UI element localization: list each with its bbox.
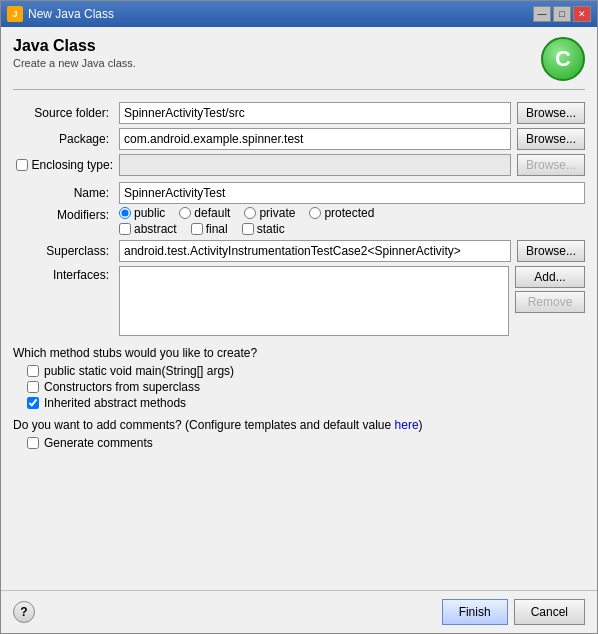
modifier-final-checkbox[interactable]: [191, 223, 203, 235]
modifier-protected-radio[interactable]: [309, 207, 321, 219]
modifier-default-radio[interactable]: [179, 207, 191, 219]
stubs-option-constructors: Constructors from superclass: [27, 380, 585, 394]
close-button[interactable]: ✕: [573, 6, 591, 22]
enclosing-type-label: Enclosing type:: [32, 158, 113, 172]
enclosing-type-check-row: Enclosing type:: [13, 158, 113, 172]
header-icon-letter: C: [555, 46, 571, 72]
interfaces-row: Interfaces: Add... Remove: [13, 266, 585, 336]
modifier-public-label: public: [134, 206, 165, 220]
modifier-static-checkbox[interactable]: [242, 223, 254, 235]
enclosing-type-checkbox[interactable]: [16, 159, 28, 171]
source-folder-label: Source folder:: [13, 106, 113, 120]
modifiers-row1: public default private protected: [119, 206, 585, 220]
modifier-private-radio[interactable]: [244, 207, 256, 219]
minimize-button[interactable]: —: [533, 6, 551, 22]
window-title: New Java Class: [28, 7, 114, 21]
enclosing-type-input[interactable]: [119, 154, 511, 176]
stubs-section: Which method stubs would you like to cre…: [13, 346, 585, 410]
modifier-abstract-checkbox[interactable]: [119, 223, 131, 235]
interfaces-label: Interfaces:: [13, 266, 113, 282]
title-bar-left: J New Java Class: [7, 6, 114, 22]
dialog-content: Java Class Create a new Java class. C So…: [1, 27, 597, 590]
header-section: Java Class Create a new Java class. C: [13, 37, 585, 90]
modifiers-row2: abstract final static: [119, 222, 585, 236]
source-folder-row: Source folder: Browse...: [13, 102, 585, 124]
generate-comments-label: Generate comments: [44, 436, 153, 450]
modifiers-section: Modifiers: public default private: [13, 206, 585, 236]
header-subtitle: Create a new Java class.: [13, 57, 136, 69]
header-text: Java Class Create a new Java class.: [13, 37, 136, 69]
superclass-browse-button[interactable]: Browse...: [517, 240, 585, 262]
stubs-option-main: public static void main(String[] args): [27, 364, 585, 378]
cancel-button[interactable]: Cancel: [514, 599, 585, 625]
modifier-final-label: final: [206, 222, 228, 236]
modifier-static-label: static: [257, 222, 285, 236]
window-icon: J: [7, 6, 23, 22]
stub-inherited-checkbox[interactable]: [27, 397, 39, 409]
dialog-footer: ? Finish Cancel: [1, 590, 597, 633]
title-bar: J New Java Class — □ ✕: [1, 1, 597, 27]
window-icon-letter: J: [12, 9, 17, 19]
footer-buttons: Finish Cancel: [442, 599, 585, 625]
modifier-protected: protected: [309, 206, 374, 220]
stubs-option-inherited: Inherited abstract methods: [27, 396, 585, 410]
modifiers-options: public default private protected: [119, 206, 585, 236]
stubs-options: public static void main(String[] args) C…: [13, 364, 585, 410]
package-browse-button[interactable]: Browse...: [517, 128, 585, 150]
stub-constructors-label: Constructors from superclass: [44, 380, 200, 394]
stubs-question: Which method stubs would you like to cre…: [13, 346, 585, 360]
restore-button[interactable]: □: [553, 6, 571, 22]
modifier-static: static: [242, 222, 285, 236]
modifier-abstract: abstract: [119, 222, 177, 236]
remove-interface-button[interactable]: Remove: [515, 291, 585, 313]
superclass-row: Superclass: Browse...: [13, 240, 585, 262]
comments-question-close: ): [419, 418, 423, 432]
interfaces-box: [119, 266, 509, 336]
help-button[interactable]: ?: [13, 601, 35, 623]
dialog-window: J New Java Class — □ ✕ Java Class Create…: [0, 0, 598, 634]
generate-comments-checkbox[interactable]: [27, 437, 39, 449]
modifier-abstract-label: abstract: [134, 222, 177, 236]
modifier-public-radio[interactable]: [119, 207, 131, 219]
superclass-input[interactable]: [119, 240, 511, 262]
comments-question: Do you want to add comments? (Configure …: [13, 418, 585, 432]
modifier-protected-label: protected: [324, 206, 374, 220]
name-label: Name:: [13, 186, 113, 200]
source-folder-input[interactable]: [119, 102, 511, 124]
modifier-private-label: private: [259, 206, 295, 220]
package-input[interactable]: [119, 128, 511, 150]
package-label: Package:: [13, 132, 113, 146]
add-interface-button[interactable]: Add...: [515, 266, 585, 288]
modifier-public: public: [119, 206, 165, 220]
superclass-label: Superclass:: [13, 244, 113, 258]
title-buttons: — □ ✕: [533, 6, 591, 22]
stub-constructors-checkbox[interactable]: [27, 381, 39, 393]
modifier-final: final: [191, 222, 228, 236]
comments-section: Do you want to add comments? (Configure …: [13, 418, 585, 450]
source-folder-browse-button[interactable]: Browse...: [517, 102, 585, 124]
modifier-default-label: default: [194, 206, 230, 220]
enclosing-type-browse-button[interactable]: Browse...: [517, 154, 585, 176]
modifier-default: default: [179, 206, 230, 220]
interfaces-buttons: Add... Remove: [515, 266, 585, 313]
modifiers-label: Modifiers:: [13, 206, 113, 222]
name-input[interactable]: [119, 182, 585, 204]
header-title: Java Class: [13, 37, 136, 55]
header-icon: C: [541, 37, 585, 81]
comments-question-text: Do you want to add comments? (Configure …: [13, 418, 395, 432]
stub-main-label: public static void main(String[] args): [44, 364, 234, 378]
name-row: Name:: [13, 182, 585, 204]
comments-option: Generate comments: [13, 436, 585, 450]
modifier-private: private: [244, 206, 295, 220]
finish-button[interactable]: Finish: [442, 599, 508, 625]
comments-here-link[interactable]: here: [395, 418, 419, 432]
enclosing-type-row: Enclosing type: Browse...: [13, 154, 585, 176]
stub-main-checkbox[interactable]: [27, 365, 39, 377]
package-row: Package: Browse...: [13, 128, 585, 150]
stub-inherited-label: Inherited abstract methods: [44, 396, 186, 410]
